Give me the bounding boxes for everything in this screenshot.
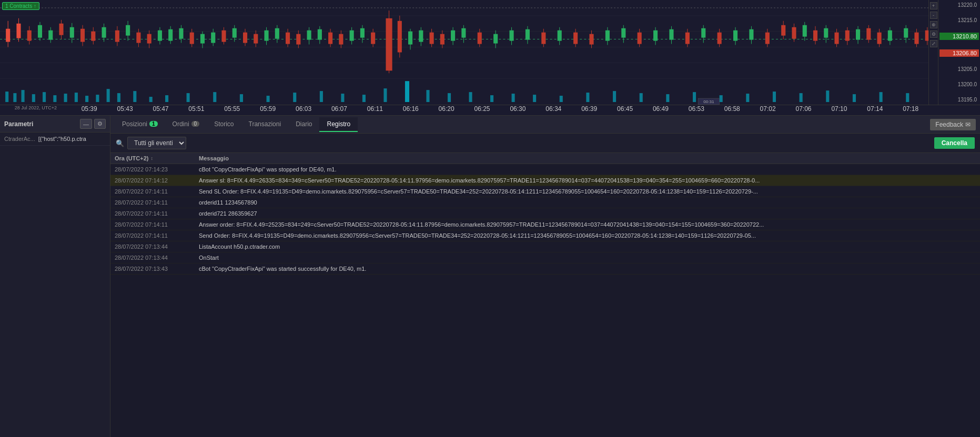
- svg-rect-97: [243, 33, 247, 43]
- log-row[interactable]: 28/07/2022 07:13:44 OnStart: [110, 252, 980, 263]
- time-label-18: 06:53: [679, 105, 714, 115]
- price-label-1: 13220.0: [939, 2, 979, 8]
- svg-rect-36: [512, 94, 515, 102]
- svg-rect-113: [328, 33, 332, 44]
- log-row[interactable]: 28/07/2022 07:14:11 Send Order: 8=FIX.4.…: [110, 230, 980, 241]
- svg-rect-177: [781, 25, 785, 36]
- log-row[interactable]: 28/07/2022 07:14:11 orderid11 1234567890: [110, 197, 980, 208]
- svg-rect-20: [149, 97, 153, 102]
- svg-rect-38: [560, 96, 563, 102]
- svg-rect-117: [350, 31, 354, 41]
- log-row-time: 28/07/2022 07:14:23: [115, 166, 199, 172]
- crosshair-btn[interactable]: ⊕: [930, 21, 937, 28]
- svg-rect-179: [792, 27, 796, 39]
- time-label-24: 07:18: [893, 105, 928, 115]
- time-label-8: 06:07: [321, 105, 357, 115]
- svg-rect-23: [213, 92, 216, 102]
- tab-diario[interactable]: Diario: [288, 117, 319, 132]
- log-row[interactable]: 28/07/2022 07:14:11 orderid721 286359627: [110, 208, 980, 219]
- svg-rect-25: [267, 96, 270, 102]
- svg-rect-14: [75, 93, 78, 102]
- svg-rect-157: [621, 28, 625, 38]
- svg-rect-169: [718, 33, 722, 44]
- expand-btn[interactable]: ⤢: [930, 40, 937, 47]
- time-label-0: 28 Jul 2022, UTC+2: [0, 105, 72, 115]
- posizioni-badge: 1: [149, 121, 158, 127]
- price-label-5: 13195.0: [939, 97, 979, 103]
- svg-rect-139: [478, 33, 482, 44]
- svg-rect-105: [286, 33, 290, 44]
- search-icon: 🔍: [116, 139, 124, 147]
- svg-rect-137: [461, 28, 466, 38]
- log-header-time: Ora (UTC+2) ↕: [115, 155, 199, 161]
- sidebar-config-btn[interactable]: ⚙: [94, 119, 106, 129]
- tab-storico[interactable]: Storico: [207, 117, 241, 132]
- log-header-msg: Messaggio: [199, 155, 976, 161]
- svg-rect-35: [490, 95, 493, 102]
- feedback-button[interactable]: Feedback ✉: [930, 119, 976, 130]
- svg-rect-46: [773, 92, 776, 102]
- svg-rect-155: [605, 31, 610, 41]
- log-row[interactable]: 28/07/2022 07:14:11 Answer order: 8=FIX.…: [110, 219, 980, 230]
- event-filter-select[interactable]: Tutti gli eventi: [127, 137, 186, 149]
- zoom-in-btn[interactable]: +: [930, 2, 937, 9]
- cancel-button[interactable]: Cancella: [934, 137, 975, 149]
- svg-rect-165: [685, 33, 690, 44]
- log-row[interactable]: 28/07/2022 07:13:44 ListaAccount h50.p.c…: [110, 241, 980, 252]
- svg-rect-8: [13, 93, 16, 102]
- svg-rect-195: [877, 33, 882, 44]
- zoom-out-btn[interactable]: -: [930, 12, 937, 19]
- log-row[interactable]: 28/07/2022 07:14:23 cBot "CopyCtraderFix…: [110, 164, 980, 175]
- svg-rect-13: [64, 94, 67, 102]
- svg-rect-24: [240, 94, 243, 102]
- sidebar-param-val: [{"host":"h50.p.ctra: [38, 136, 86, 142]
- log-table[interactable]: Ora (UTC+2) ↕ Messaggio 28/07/2022 07:14…: [110, 153, 980, 437]
- svg-rect-119: [360, 28, 365, 38]
- svg-rect-153: [589, 34, 593, 45]
- svg-rect-27: [320, 91, 323, 102]
- log-row-msg: cBot "CopyCtraderFixApi" was stopped for…: [199, 166, 976, 172]
- svg-rect-129: [419, 31, 423, 42]
- settings-btn[interactable]: ⚙: [930, 31, 937, 38]
- tab-posizioni[interactable]: Posizioni 1: [115, 117, 165, 132]
- log-row-time: 28/07/2022 07:14:11: [115, 188, 199, 195]
- right-tools: + - ⊕ ⚙ ⤢: [928, 0, 938, 105]
- svg-rect-55: [16, 24, 21, 38]
- tab-registro[interactable]: Registro: [319, 117, 358, 132]
- svg-rect-121: [371, 33, 375, 44]
- log-row-msg: cBot "CopyCtraderFixApi" was started suc…: [199, 266, 976, 272]
- sidebar-title: Parametri: [4, 120, 33, 128]
- svg-rect-101: [264, 31, 268, 41]
- svg-rect-40: [613, 91, 616, 102]
- svg-rect-26: [293, 93, 296, 102]
- price-label-3: 13205.0: [939, 66, 979, 72]
- log-row-msg: Answer order: 8=FIX.4.49=25235=834=249=c…: [199, 221, 976, 228]
- sidebar-header: Parametri — ⚙: [0, 116, 110, 133]
- tab-ordini[interactable]: Ordini 0: [165, 117, 207, 132]
- svg-rect-28: [341, 94, 344, 102]
- sidebar-minimize-btn[interactable]: —: [80, 119, 92, 129]
- svg-rect-16: [96, 95, 99, 102]
- svg-rect-50: [880, 92, 883, 102]
- time-label-15: 06:39: [571, 105, 607, 115]
- time-label-2: 05:43: [107, 105, 143, 115]
- log-row-time: 28/07/2022 07:14:11: [115, 210, 199, 217]
- svg-rect-95: [233, 28, 237, 38]
- svg-rect-103: [275, 28, 279, 39]
- svg-rect-7: [5, 92, 8, 102]
- time-label-13: 06:30: [500, 105, 536, 115]
- svg-rect-9: [22, 90, 25, 102]
- svg-rect-59: [38, 25, 42, 38]
- log-row[interactable]: 28/07/2022 07:14:12 Answer sl: 8=FIX.4.4…: [110, 175, 980, 186]
- tab-transazioni[interactable]: Transazioni: [241, 117, 289, 132]
- svg-rect-44: [720, 95, 723, 102]
- svg-rect-49: [853, 94, 856, 102]
- log-row[interactable]: 28/07/2022 07:14:11 Send SL Order: 8=FIX…: [110, 186, 980, 197]
- svg-rect-189: [845, 31, 850, 41]
- sort-icon[interactable]: ↕: [151, 156, 154, 161]
- log-row[interactable]: 28/07/2022 07:13:43 cBot "CopyCtraderFix…: [110, 263, 980, 275]
- log-table-header: Ora (UTC+2) ↕ Messaggio: [110, 153, 980, 164]
- svg-rect-18: [117, 93, 120, 102]
- svg-rect-73: [115, 31, 119, 42]
- sidebar-icon-group: — ⚙: [80, 119, 106, 129]
